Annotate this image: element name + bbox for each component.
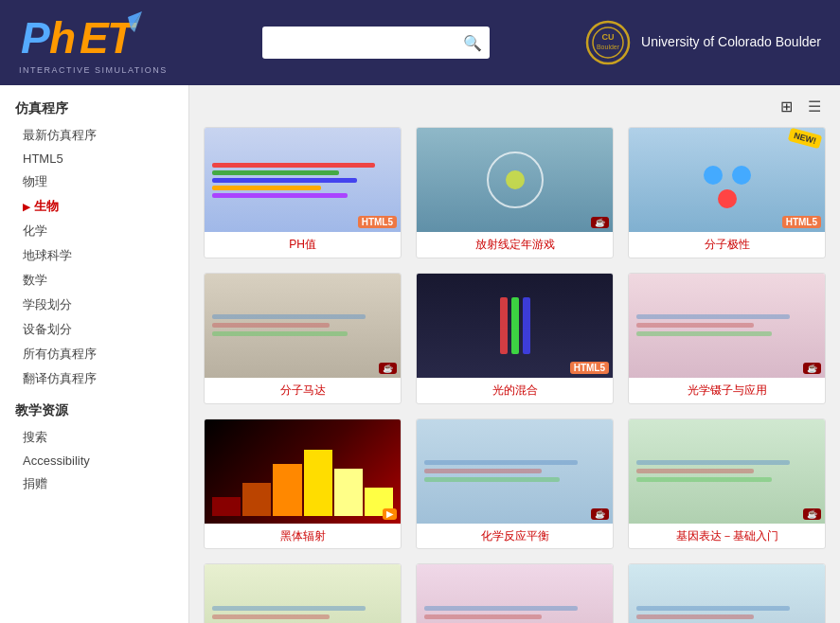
sim-thumbnail: ☕ bbox=[417, 128, 613, 232]
sidebar-item-1[interactable]: HTML5 bbox=[0, 148, 188, 169]
logo-area: P h E T INTERACTIVE SIMULATIONS bbox=[19, 11, 168, 75]
sim-thumbnail: NEW! HTML5 bbox=[629, 128, 825, 232]
search-icon[interactable]: 🔍 bbox=[463, 34, 482, 52]
sim-title: 放射线定年游戏 bbox=[472, 232, 559, 258]
sim-card-10[interactable]: ☕ 简化的核磁共振NMR bbox=[416, 563, 614, 623]
content-area: ⊞ ☰ HTML5 PH值 ☕ 放射线定年游戏 bbox=[189, 85, 840, 623]
sidebar-item-9[interactable]: 所有仿真程序 bbox=[0, 342, 188, 366]
header: P h E T INTERACTIVE SIMULATIONS 🔍 bbox=[0, 0, 840, 85]
java-badge: ☕ bbox=[591, 217, 609, 228]
sidebar-item-5[interactable]: 地球科学 bbox=[0, 243, 188, 268]
java-badge: ☕ bbox=[803, 508, 821, 520]
sidebar-section-simulations[interactable]: 仿真程序 bbox=[0, 95, 188, 123]
sim-title: PH值 bbox=[285, 232, 320, 258]
sidebar-bottom-item-2[interactable]: 捐赠 bbox=[0, 472, 188, 496]
sidebar: 仿真程序 最新仿真程序HTML5物理▶ 生物化学地球科学数学学段划分设备划分所有… bbox=[0, 85, 189, 623]
sim-card-0[interactable]: HTML5 PH值 bbox=[204, 127, 402, 258]
sidebar-bottom-item-0[interactable]: 搜索 bbox=[0, 425, 188, 450]
sim-card-11[interactable]: ☕ 拉伸DNA bbox=[628, 563, 826, 623]
university-logo: CU Boulder University of Colorado Boulde… bbox=[584, 19, 821, 66]
search-input[interactable] bbox=[270, 36, 463, 50]
sim-title: 化学反应平衡 bbox=[477, 524, 553, 549]
svg-text:E: E bbox=[80, 13, 110, 62]
sidebar-section-resources[interactable]: 教学资源 bbox=[0, 397, 188, 425]
sim-card-5[interactable]: ☕ 光学镊子与应用 bbox=[628, 273, 826, 404]
arrow-icon: ▶ bbox=[23, 202, 30, 212]
sim-title: 分子极性 bbox=[701, 232, 754, 258]
sim-title: 光的混合 bbox=[489, 378, 542, 403]
svg-text:P: P bbox=[21, 13, 50, 62]
sim-title: 黑体辐射 bbox=[277, 524, 330, 549]
html5-badge: HTML5 bbox=[782, 216, 821, 228]
sim-thumbnail: ☕ bbox=[205, 274, 401, 378]
sidebar-item-8[interactable]: 设备划分 bbox=[0, 317, 188, 342]
main-layout: 仿真程序 最新仿真程序HTML5物理▶ 生物化学地球科学数学学段划分设备划分所有… bbox=[0, 85, 840, 623]
svg-text:CU: CU bbox=[602, 32, 615, 42]
java-badge: ☕ bbox=[591, 508, 609, 520]
sim-thumbnail: HTML5 bbox=[417, 274, 613, 378]
sim-thumbnail: ▶ bbox=[205, 419, 401, 524]
sim-thumbnail: ☕ bbox=[417, 564, 613, 623]
sidebar-item-3[interactable]: ▶ 生物 bbox=[0, 194, 188, 219]
sim-thumbnail: ☕ bbox=[629, 274, 825, 378]
sidebar-bottom-item-1[interactable]: Accessibility bbox=[0, 450, 188, 472]
logo-subtitle: INTERACTIVE SIMULATIONS bbox=[19, 65, 168, 75]
sim-thumbnail: ☕ bbox=[417, 419, 613, 524]
sim-card-9[interactable]: ☕ 基因合成机：乳糖操纵子 bbox=[204, 563, 402, 623]
phet-logo: P h E T bbox=[19, 11, 142, 63]
search-bar[interactable]: 🔍 bbox=[262, 27, 490, 59]
view-icons: ⊞ ☰ bbox=[775, 95, 826, 117]
grid-view-button[interactable]: ⊞ bbox=[775, 95, 797, 117]
sim-card-2[interactable]: NEW! HTML5 分子极性 bbox=[628, 127, 826, 258]
sim-card-7[interactable]: ☕ 化学反应平衡 bbox=[416, 418, 614, 550]
simulation-grid: HTML5 PH值 ☕ 放射线定年游戏 NEW! HTML5 分子极性 bbox=[204, 127, 826, 623]
html5-badge: HTML5 bbox=[358, 216, 397, 228]
sidebar-item-7[interactable]: 学段划分 bbox=[0, 293, 188, 317]
sim-thumbnail: HTML5 bbox=[205, 128, 401, 232]
sim-card-8[interactable]: ☕ 基因表达－基础入门 bbox=[628, 418, 826, 550]
java-badge: ☕ bbox=[803, 363, 821, 374]
sim-title: 光学镊子与应用 bbox=[684, 378, 771, 403]
university-name: University of Colorado Boulder bbox=[641, 33, 821, 52]
sidebar-item-6[interactable]: 数学 bbox=[0, 268, 188, 293]
univ-emblem: CU Boulder bbox=[584, 19, 632, 66]
sim-title: 分子马达 bbox=[277, 378, 330, 403]
sidebar-item-2[interactable]: 物理 bbox=[0, 169, 188, 194]
sim-card-3[interactable]: ☕ 分子马达 bbox=[204, 273, 402, 404]
html5-badge: HTML5 bbox=[570, 362, 609, 374]
sim-thumbnail: ☕ bbox=[629, 564, 825, 623]
sim-thumbnail: ☕ bbox=[205, 564, 401, 623]
svg-text:h: h bbox=[49, 13, 76, 62]
sim-title: 基因表达－基础入门 bbox=[672, 524, 782, 549]
sidebar-item-4[interactable]: 化学 bbox=[0, 219, 188, 243]
flash-badge: ▶ bbox=[383, 508, 397, 520]
sidebar-item-10[interactable]: 翻译仿真程序 bbox=[0, 366, 188, 391]
sim-card-4[interactable]: HTML5 光的混合 bbox=[416, 273, 614, 404]
java-badge: ☕ bbox=[379, 363, 397, 374]
sim-card-6[interactable]: ▶ 黑体辐射 bbox=[204, 418, 402, 550]
list-view-button[interactable]: ☰ bbox=[803, 95, 826, 117]
sim-thumbnail: ☕ bbox=[629, 419, 825, 524]
sidebar-item-0[interactable]: 最新仿真程序 bbox=[0, 123, 188, 148]
content-header: ⊞ ☰ bbox=[204, 95, 826, 117]
sim-card-1[interactable]: ☕ 放射线定年游戏 bbox=[416, 127, 614, 258]
svg-text:Boulder: Boulder bbox=[597, 44, 620, 50]
